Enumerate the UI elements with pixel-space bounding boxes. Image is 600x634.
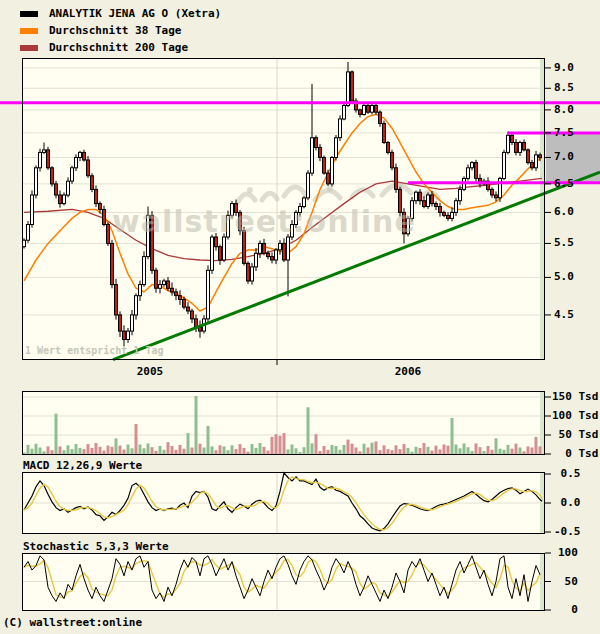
- candle: [63, 195, 66, 204]
- candle: [191, 311, 194, 319]
- volume-tick-label: 50 Tsd: [552, 429, 598, 441]
- volume-bar: [131, 448, 134, 454]
- candle: [475, 163, 478, 179]
- volume-bar: [295, 448, 298, 454]
- candle: [339, 119, 342, 138]
- volume-bar: [183, 449, 186, 454]
- candle: [39, 152, 42, 167]
- ma38-swatch-icon: [20, 28, 38, 34]
- volume-bar: [159, 446, 162, 454]
- candle: [67, 181, 70, 195]
- volume-bar: [479, 447, 482, 454]
- volume-bar: [395, 445, 398, 454]
- volume-bar: [375, 442, 378, 455]
- volume-bar: [215, 450, 218, 454]
- volume-bar: [27, 445, 30, 454]
- volume-bar: [187, 433, 190, 454]
- candle: [71, 168, 74, 181]
- volume-bar: [431, 451, 434, 454]
- volume-bar: [455, 445, 458, 455]
- candle: [255, 253, 258, 267]
- volume-bar: [387, 449, 390, 454]
- latest-day-strip: [540, 473, 544, 533]
- volume-bar: [231, 445, 234, 454]
- candle: [395, 168, 398, 190]
- candle: [155, 270, 158, 288]
- volume-bar: [99, 447, 102, 454]
- volume-bar: [179, 445, 182, 454]
- candle: [363, 106, 366, 115]
- candle: [515, 143, 518, 153]
- volume-bar: [339, 450, 342, 454]
- watermark-dot-icon: [247, 187, 253, 193]
- candle: [431, 195, 434, 204]
- candle: [35, 168, 38, 195]
- volume-bar: [31, 449, 34, 454]
- volume-bar: [199, 444, 202, 454]
- volume-bar: [411, 452, 414, 454]
- candle: [139, 285, 142, 296]
- volume-bar: [403, 444, 406, 454]
- volume-bar: [335, 446, 338, 454]
- volume-bar: [303, 447, 306, 454]
- macd-tick-label: -0.5: [554, 526, 581, 538]
- volume-bar: [151, 447, 154, 454]
- candle: [439, 207, 442, 213]
- volume-bar: [211, 446, 214, 454]
- candle: [271, 257, 274, 260]
- candle: [287, 237, 290, 260]
- volume-bar: [399, 449, 402, 454]
- candle: [143, 257, 146, 285]
- price-tick-label: 8.0: [554, 104, 574, 116]
- candle: [327, 173, 330, 184]
- volume-bar: [443, 445, 446, 455]
- candle: [519, 143, 522, 153]
- volume-bar: [307, 407, 310, 454]
- volume-bar: [243, 448, 246, 454]
- year-label-2005: 2005: [137, 365, 164, 378]
- volume-bar: [51, 450, 54, 454]
- year-label-2006: 2006: [395, 365, 422, 378]
- volume-bar: [207, 426, 210, 454]
- candle: [107, 225, 110, 244]
- volume-bar: [327, 450, 330, 454]
- volume-bar: [83, 449, 86, 454]
- candle: [507, 135, 510, 152]
- candle: [443, 212, 446, 215]
- candle: [259, 243, 262, 253]
- copyright: (C) wallstreet:online: [3, 617, 142, 629]
- candle: [467, 168, 470, 179]
- volume-bar: [239, 444, 242, 454]
- volume-bar: [63, 450, 66, 454]
- candle: [523, 143, 526, 150]
- volume-bar: [71, 449, 74, 454]
- candle: [187, 307, 190, 311]
- candle: [335, 138, 338, 158]
- candle: [159, 285, 162, 289]
- candle: [87, 160, 90, 176]
- candle: [127, 331, 130, 339]
- candle: [379, 112, 382, 123]
- volume-bar: [167, 442, 170, 454]
- volume-bar: [383, 445, 386, 454]
- volume-bar: [143, 448, 146, 454]
- candle: [343, 106, 346, 120]
- candle: [527, 150, 530, 163]
- volume-bar: [427, 447, 430, 454]
- volume-bar: [87, 444, 90, 454]
- candle: [315, 138, 318, 148]
- volume-bar: [271, 437, 274, 454]
- candle: [531, 163, 534, 168]
- volume-bar: [219, 445, 222, 454]
- volume-bar: [35, 444, 38, 454]
- candle: [251, 267, 254, 281]
- candle: [283, 243, 286, 260]
- volume-bar: [203, 448, 206, 455]
- volume-bar: [315, 434, 318, 454]
- volume-bar: [475, 443, 478, 454]
- volume-bar: [503, 450, 506, 454]
- volume-bar: [223, 446, 226, 454]
- candle: [83, 152, 86, 160]
- volume-bar: [267, 451, 270, 454]
- price-tick-label: 8.5: [554, 82, 574, 94]
